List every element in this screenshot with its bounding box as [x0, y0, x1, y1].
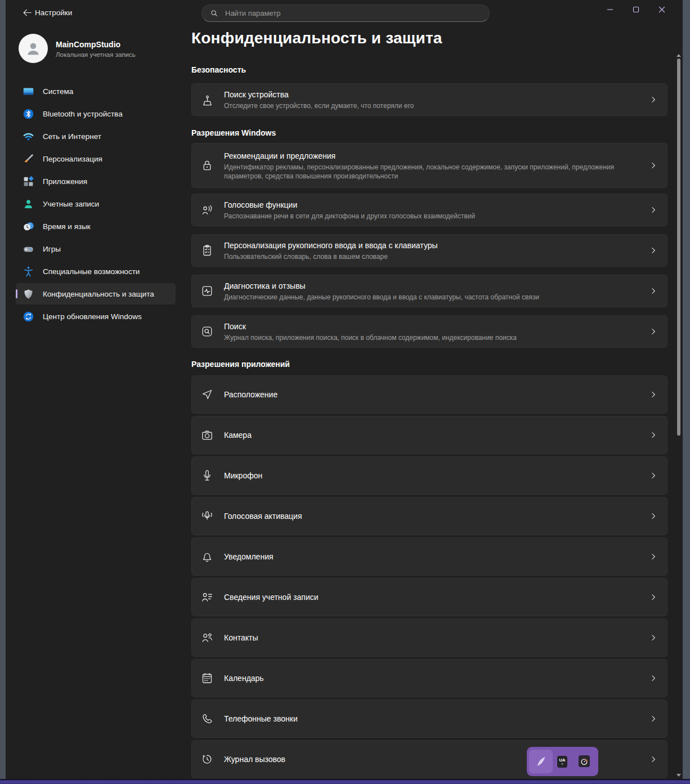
floating-toolbar[interactable]: UA +: [527, 747, 598, 776]
sidebar-item-apps[interactable]: Приложения: [16, 171, 176, 192]
lock-icon: [200, 158, 214, 173]
search-box-icon: [200, 324, 214, 339]
sidebar-item-system[interactable]: Система: [16, 80, 176, 102]
section-label-app-permissions: Разрешения приложений: [191, 360, 290, 369]
chevron-right-icon: [647, 287, 660, 295]
scrollbar[interactable]: [675, 0, 682, 779]
user-profile[interactable]: MainCompStudio Локальная учетная запись: [19, 34, 182, 64]
language-switch-mark-icon: +: [561, 763, 563, 766]
chevron-right-icon: [647, 634, 660, 642]
chevron-right-icon: [647, 328, 660, 335]
settings-window: Настройки MainCompStudio: [0, 0, 690, 784]
chevron-right-icon: [647, 593, 660, 601]
sidebar-item-label: Bluetooth и устройства: [43, 110, 123, 118]
section-label-security: Безопасность: [191, 65, 246, 74]
main-content: Конфиденциальность и защита Безопасность…: [191, 0, 667, 784]
location-icon: [200, 387, 214, 402]
personalization-brush-icon: [23, 153, 34, 165]
sidebar-item-label: Приложения: [43, 177, 87, 186]
selection-indicator: [16, 289, 17, 298]
chevron-right-icon: [647, 755, 660, 763]
camera-icon: [200, 428, 214, 442]
feather-pen-icon: [534, 754, 548, 769]
settings-card-diagnostics[interactable]: Диагностика и отзывы Диагностические дан…: [191, 275, 667, 307]
time-language-icon: [23, 221, 34, 232]
pen-tool-button[interactable]: [529, 750, 553, 773]
settings-card-account-info[interactable]: Сведения учетной записи: [191, 578, 667, 616]
accessibility-icon: [23, 266, 34, 277]
sidebar-item-label: Конфиденциальность и защита: [43, 290, 154, 298]
scrollbar-thumb[interactable]: [677, 59, 680, 436]
settings-card-speech[interactable]: Голосовые функции Распознавание речи в с…: [191, 194, 667, 226]
timer-tool-button[interactable]: [579, 755, 590, 767]
chevron-right-icon: [647, 674, 660, 682]
settings-card-camera[interactable]: Камера: [191, 416, 667, 454]
sidebar-item-accessibility[interactable]: Специальные возможности: [16, 261, 176, 282]
settings-card-phone-calls[interactable]: Телефонные звонки: [191, 700, 667, 738]
sidebar-item-label: Время и язык: [43, 222, 91, 231]
taskbar-edge: [0, 779, 690, 784]
gauge-icon: [580, 757, 589, 766]
accounts-icon: [23, 198, 34, 210]
settings-card-contacts[interactable]: Контакты: [191, 619, 667, 657]
scroll-up-arrow-icon[interactable]: [676, 54, 681, 57]
typing-personalization-icon: [200, 243, 214, 258]
account-type: Локальная учетная запись: [56, 51, 136, 58]
find-device-icon: [200, 92, 214, 107]
settings-card-location[interactable]: Расположение: [191, 375, 667, 414]
chevron-right-icon: [647, 206, 660, 214]
sidebar-item-bluetooth-devices[interactable]: Bluetooth и устройства: [16, 103, 176, 124]
page-title: Конфиденциальность и защита: [191, 29, 442, 47]
sidebar-item-label: Центр обновления Windows: [43, 312, 142, 321]
sidebar-nav: Система Bluetooth и устройства Сеть и Ин…: [16, 80, 176, 328]
back-arrow-icon: [23, 8, 32, 17]
settings-card-calendar[interactable]: Календарь: [191, 659, 667, 697]
microphone-icon: [200, 468, 214, 483]
sidebar-item-time-language[interactable]: Время и язык: [16, 216, 176, 237]
speech-icon: [200, 203, 214, 217]
system-icon: [23, 86, 34, 97]
sidebar-item-privacy-security[interactable]: Конфиденциальность и защита: [16, 283, 176, 304]
sidebar-item-label: Специальные возможности: [43, 267, 140, 276]
settings-card-find-device[interactable]: Поиск устройства Отследите свое устройст…: [191, 83, 667, 116]
chevron-right-icon: [647, 162, 660, 169]
sidebar-item-label: Персонализация: [43, 155, 102, 163]
wifi-icon: [23, 131, 34, 142]
settings-card-voice-activation[interactable]: Голосовая активация: [191, 497, 667, 535]
background-window-left-edge: [0, 0, 6, 784]
bell-icon: [200, 549, 214, 564]
chevron-right-icon: [647, 715, 660, 723]
section-label-windows-permissions: Разрешения Windows: [191, 128, 276, 137]
sidebar-item-gaming[interactable]: Игры: [16, 238, 176, 259]
voice-activation-icon: [200, 509, 214, 523]
background-window-right-edge: [683, 0, 690, 784]
chevron-right-icon: [647, 512, 660, 520]
sidebar-item-personalization[interactable]: Персонализация: [16, 148, 176, 169]
scroll-down-arrow-icon[interactable]: [676, 774, 681, 777]
back-button[interactable]: [19, 6, 35, 19]
settings-card-notifications[interactable]: Уведомления: [191, 537, 667, 576]
bluetooth-icon: [23, 108, 34, 120]
chevron-right-icon: [647, 391, 660, 398]
gamepad-icon: [23, 243, 34, 255]
account-info-icon: [200, 590, 214, 604]
sidebar-item-accounts[interactable]: Учетные записи: [16, 193, 176, 214]
contacts-icon: [200, 630, 214, 645]
sidebar-item-windows-update[interactable]: Центр обновления Windows: [16, 306, 176, 327]
chevron-right-icon: [647, 96, 660, 104]
app-title: Настройки: [35, 8, 72, 17]
chevron-right-icon: [647, 431, 660, 439]
settings-card-inking-typing[interactable]: Персонализация рукописного ввода и ввода…: [191, 234, 667, 267]
privacy-shield-icon: [23, 288, 34, 300]
language-indicator-button[interactable]: UA +: [557, 756, 567, 768]
sidebar-item-network-internet[interactable]: Сеть и Интернет: [16, 126, 176, 147]
chevron-right-icon: [647, 472, 660, 480]
settings-card-search-permissions[interactable]: Поиск Журнал поиска, приложения поиска, …: [191, 315, 667, 348]
settings-card-recommendations[interactable]: Рекомендации и предложения Идентификатор…: [191, 143, 667, 188]
diagnostics-icon: [200, 284, 214, 298]
sidebar-item-label: Система: [43, 87, 73, 96]
apps-icon: [23, 176, 34, 187]
calendar-icon: [200, 671, 214, 686]
chevron-right-icon: [647, 553, 660, 561]
settings-card-microphone[interactable]: Микрофон: [191, 456, 667, 495]
